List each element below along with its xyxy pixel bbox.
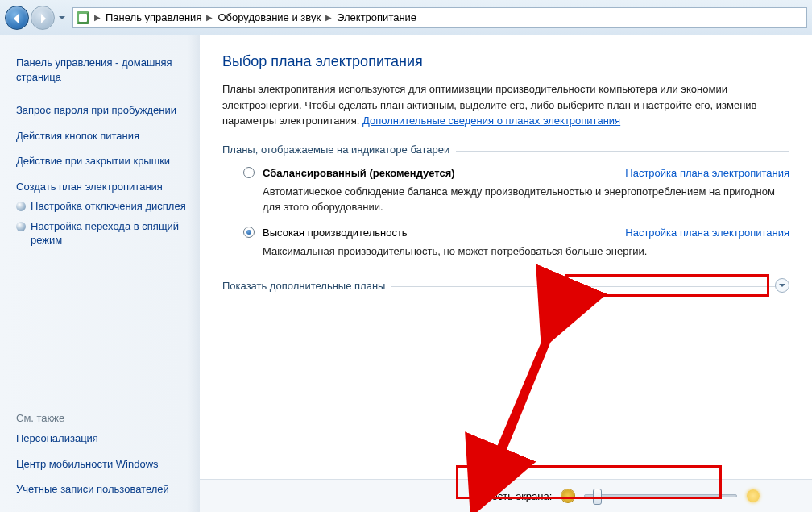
plan-high-performance-desc: Максимальная производительность, но може… (263, 244, 789, 260)
nav-history-dropdown[interactable] (56, 6, 68, 30)
page-description: Планы электропитания используются для оп… (222, 81, 789, 129)
sidebar-item-power-buttons[interactable]: Действия кнопок питания (16, 123, 190, 149)
chevron-right-icon: ▶ (206, 13, 213, 22)
radio-balanced[interactable] (243, 167, 255, 178)
chevron-right-icon: ▶ (94, 13, 101, 22)
brightness-slider-thumb[interactable] (593, 489, 602, 505)
brightness-high-icon (747, 489, 760, 502)
plan-balanced: Сбалансированный (рекомендуется) Настрой… (243, 167, 789, 215)
show-more-plans-label: Показать дополнительные планы (222, 280, 392, 292)
plan-balanced-desc: Автоматическое соблюдение баланса между … (263, 184, 789, 215)
brightness-label: Яркость экрана: (474, 490, 552, 502)
expand-plans-button[interactable] (775, 278, 789, 293)
show-more-plans-row: Показать дополнительные планы (222, 278, 789, 293)
control-panel-icon (77, 11, 89, 24)
brightness-slider[interactable] (584, 494, 737, 497)
nav-forward-button[interactable] (31, 6, 55, 30)
svg-line-2 (493, 297, 564, 464)
sidebar-item-create-plan[interactable]: Создать план электропитания (16, 174, 190, 200)
svg-line-1 (560, 295, 566, 311)
plan-high-performance-settings-link[interactable]: Настройка плана электропитания (625, 227, 789, 239)
sidebar-home-link[interactable]: Панель управления - домашняя страница (16, 50, 190, 89)
bullet-icon (16, 222, 26, 231)
sidebar-item-wake-password[interactable]: Запрос пароля при пробуждении (16, 98, 190, 123)
sidebar: Панель управления - домашняя страница За… (0, 35, 200, 512)
breadcrumb-root[interactable]: Панель управления (106, 11, 201, 23)
breadcrumb[interactable]: ▶ Панель управления ▶ Оборудование и зву… (72, 7, 807, 28)
brightness-low-icon (561, 489, 574, 502)
sidebar-item-sleep[interactable]: Настройка перехода в спящий режим (31, 219, 190, 253)
plan-balanced-settings-link[interactable]: Настройка плана электропитания (625, 167, 789, 179)
plans-group: Планы, отображаемые на индикаторе батаре… (222, 144, 789, 260)
radio-high-performance[interactable] (243, 227, 255, 238)
page-title: Выбор плана электропитания (222, 53, 789, 70)
sidebar-item-lid-action[interactable]: Действие при закрытии крышки (16, 148, 190, 174)
plan-high-performance: Высокая производительность Настройка пла… (243, 227, 789, 260)
plan-balanced-name: Сбалансированный (рекомендуется) (263, 167, 455, 179)
see-also-mobility-center[interactable]: Центр мобильности Windows (16, 452, 190, 477)
chevron-right-icon: ▶ (325, 13, 332, 22)
plans-group-label: Планы, отображаемые на индикаторе батаре… (222, 144, 456, 156)
breadcrumb-level2[interactable]: Электропитание (337, 11, 416, 23)
nav-back-button[interactable] (5, 6, 29, 30)
content-area: Выбор плана электропитания Планы электро… (200, 35, 812, 512)
svg-line-0 (498, 295, 566, 463)
see-also-personalization[interactable]: Персонализация (16, 426, 190, 452)
see-also-header: См. также (16, 407, 190, 426)
sidebar-item-display-off[interactable]: Настройка отключения дисплея (31, 199, 186, 219)
breadcrumb-level1[interactable]: Оборудование и звук (218, 11, 321, 23)
bullet-icon (16, 202, 26, 211)
window-address-bar: ▶ Панель управления ▶ Оборудование и зву… (0, 0, 812, 35)
brightness-bar: Яркость экрана: (200, 479, 812, 512)
plan-high-performance-name: Высокая производительность (263, 227, 408, 239)
see-also-user-accounts[interactable]: Учетные записи пользователей (16, 477, 190, 502)
learn-more-link[interactable]: Дополнительные сведения о планах электро… (362, 114, 620, 127)
